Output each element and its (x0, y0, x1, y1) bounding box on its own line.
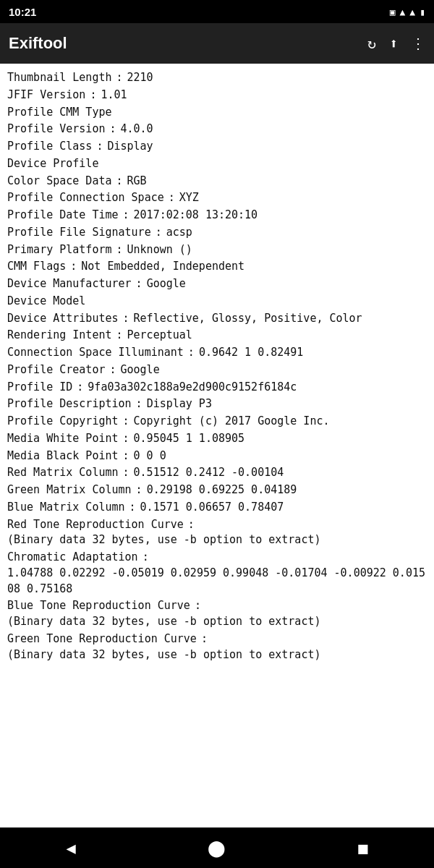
meta-key: Device Manufacturer (7, 276, 132, 292)
meta-key: Media Black Point (7, 448, 119, 464)
table-row: Blue Tone Reproduction Curve:(Binary dat… (7, 597, 427, 631)
meta-key: Red Tone Reproduction Curve (7, 517, 184, 533)
meta-value: 9fa03a302c188a9e2d900c9152f6184c (88, 380, 427, 396)
more-icon[interactable]: ⋮ (411, 35, 425, 52)
meta-colon: : (123, 208, 129, 224)
refresh-icon[interactable]: ↻ (367, 35, 376, 52)
meta-key: Profile CMM Type (7, 105, 112, 121)
wifi-icon: ▲ (400, 7, 406, 17)
meta-value: Not Embedded, Independent (81, 259, 427, 275)
meta-colon: : (142, 550, 149, 566)
meta-value: 1.04788 0.02292 -0.05019 0.02959 0.99048… (7, 566, 427, 597)
meta-colon: : (123, 311, 129, 327)
meta-key: Red Matrix Column (7, 465, 119, 481)
meta-colon: : (201, 631, 208, 647)
table-row: Rendering Intent:Perceptual (7, 327, 427, 344)
table-row: Device Model (7, 293, 427, 310)
vibrate-icon: ▣ (390, 7, 396, 17)
metadata-content: Thumbnail Length:2210JFIF Version:1.01Pr… (0, 64, 434, 669)
table-row: Profile File Signature:acsp (7, 224, 427, 242)
meta-value: Perceptual (127, 328, 427, 344)
meta-value: Display (107, 139, 427, 155)
table-row: Green Tone Reproduction Curve:(Binary da… (7, 631, 427, 664)
meta-colon: : (188, 517, 195, 533)
table-row: Profile Version:4.0.0 (7, 121, 427, 138)
table-row: Green Matrix Column:0.29198 0.69225 0.04… (7, 482, 427, 499)
table-row: Profile CMM Type (7, 104, 427, 122)
meta-value: Display P3 (147, 396, 427, 412)
meta-value: (Binary data 32 bytes, use -b option to … (7, 647, 427, 663)
meta-colon: : (109, 122, 116, 137)
meta-colon: : (70, 259, 77, 275)
table-row: Color Space Data:RGB (7, 173, 427, 190)
table-row: Blue Matrix Column:0.1571 0.06657 0.7840… (7, 499, 427, 516)
meta-key: Profile Version (7, 122, 105, 137)
meta-value: 2210 (127, 70, 427, 86)
table-row: JFIF Version:1.01 (7, 87, 427, 104)
meta-key: Media White Point (7, 431, 119, 447)
table-row: Profile Description:Display P3 (7, 396, 427, 413)
meta-colon: : (195, 598, 201, 614)
meta-key: Device Model (7, 294, 85, 310)
meta-key: Device Attributes (7, 311, 119, 327)
meta-colon: : (123, 465, 129, 481)
meta-value: (Binary data 32 bytes, use -b option to … (7, 532, 427, 548)
table-row: Thumbnail Length:2210 (7, 69, 427, 87)
meta-colon: : (123, 448, 129, 464)
table-row: Connection Space Illuminant:0.9642 1 0.8… (7, 344, 427, 362)
meta-colon: : (109, 362, 116, 378)
battery-icon: ▮ (420, 7, 425, 17)
meta-colon: : (156, 225, 162, 241)
meta-key: Chromatic Adaptation (7, 550, 138, 566)
meta-colon: : (123, 414, 129, 430)
meta-value: Copyright (c) 2017 Google Inc. (134, 414, 427, 430)
meta-key: Connection Space Illuminant (7, 345, 184, 361)
meta-key: Profile Date Time (7, 208, 119, 224)
meta-key: Profile ID (7, 380, 72, 396)
back-button[interactable]: ◀ (66, 839, 75, 857)
meta-colon: : (77, 380, 83, 396)
meta-colon: : (169, 190, 175, 206)
table-row: Red Matrix Column:0.51512 0.2412 -0.0010… (7, 464, 427, 482)
meta-colon: : (116, 328, 123, 344)
meta-key: Profile File Signature (7, 225, 151, 241)
home-button[interactable]: ⬤ (208, 839, 226, 857)
meta-value: Google (147, 276, 427, 292)
table-row: Profile Connection Space:XYZ (7, 190, 427, 207)
table-row: Media White Point:0.95045 1 1.08905 (7, 430, 427, 448)
signal-icon: ▲ (409, 7, 415, 17)
table-row: Primary Platform:Unknown () (7, 242, 427, 259)
table-row: Red Tone Reproduction Curve:(Binary data… (7, 516, 427, 550)
meta-colon: : (136, 396, 142, 412)
table-row: Profile Creator:Google (7, 362, 427, 379)
meta-colon: : (188, 345, 195, 361)
table-row: Device Profile (7, 156, 427, 173)
status-icons: ▣ ▲ ▲ ▮ (390, 7, 425, 17)
meta-key: Profile Description (7, 396, 132, 412)
meta-value: Reflective, Glossy, Positive, Color (134, 311, 427, 327)
status-bar: 10:21 ▣ ▲ ▲ ▮ (0, 0, 434, 23)
meta-value: 0.29198 0.69225 0.04189 (147, 482, 427, 498)
meta-key: Profile Class (7, 139, 92, 155)
meta-colon: : (136, 276, 142, 292)
meta-key: CMM Flags (7, 259, 66, 275)
meta-key: Blue Matrix Column (7, 500, 125, 516)
meta-key: JFIF Version (7, 88, 85, 103)
share-icon[interactable]: ⬆ (389, 35, 398, 52)
meta-key: Device Profile (7, 156, 98, 172)
meta-colon: : (96, 139, 103, 155)
recents-button[interactable]: ■ (358, 839, 367, 857)
meta-colon: : (136, 482, 142, 498)
meta-value: 0.51512 0.2412 -0.00104 (134, 465, 427, 481)
meta-key: Color Space Data (7, 174, 112, 190)
table-row: Profile Copyright:Copyright (c) 2017 Goo… (7, 413, 427, 430)
table-row: Profile Class:Display (7, 138, 427, 156)
meta-colon: : (123, 431, 129, 447)
table-row: Chromatic Adaptation:1.04788 0.02292 -0.… (7, 549, 427, 597)
meta-value: 0.9642 1 0.82491 (199, 345, 427, 361)
table-row: Profile ID:9fa03a302c188a9e2d900c9152f61… (7, 379, 427, 396)
table-row: Media Black Point:0 0 0 (7, 448, 427, 465)
meta-value: XYZ (179, 190, 427, 206)
meta-key: Blue Tone Reproduction Curve (7, 598, 190, 614)
toolbar: Exiftool ↻ ⬆ ⋮ (0, 23, 434, 64)
